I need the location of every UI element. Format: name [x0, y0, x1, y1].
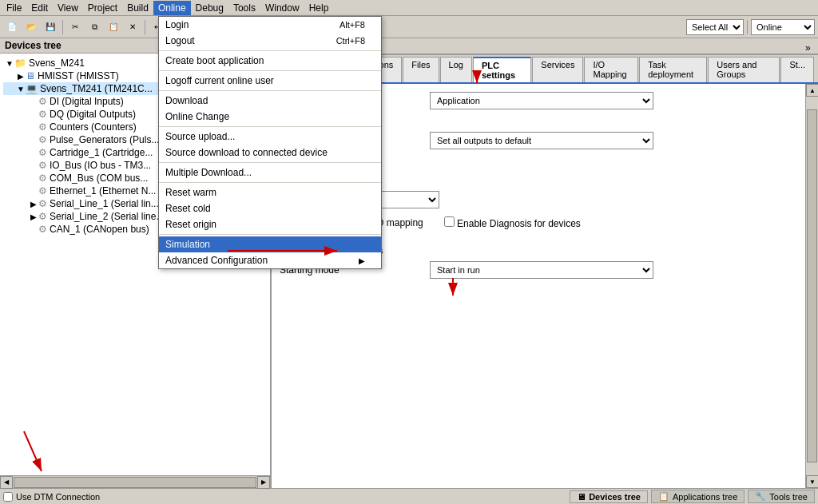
login-label: Login	[165, 19, 189, 30]
tree-label-dq: DQ (Digital Outputs)	[50, 109, 136, 120]
sub-tab-status[interactable]: St...	[780, 57, 814, 82]
expand-icon-serial1[interactable]: ▶	[29, 200, 38, 208]
online-mode-dropdown[interactable]: Online	[751, 19, 815, 35]
toolbar-delete[interactable]: ✕	[124, 18, 141, 36]
sub-tab-users-groups[interactable]: Users and Groups	[708, 57, 780, 82]
tab-filler	[328, 40, 805, 54]
logout-shortcut: Ctrl+F8	[336, 36, 365, 46]
tree-label-serial1: Serial_Line_1 (Serial lin...	[50, 198, 159, 209]
expand-icon-m241[interactable]: ▼	[5, 59, 14, 68]
status-tab-tools[interactable]: 🔧 Tools tree	[748, 490, 815, 503]
expand-icon-tm241[interactable]: ▼	[16, 85, 26, 93]
io-handling-select[interactable]: Application Always update I/O Manual	[430, 92, 653, 109]
download-label: Download	[165, 95, 208, 106]
v-scrollbar[interactable]: ▲ ▼	[805, 84, 818, 488]
menu-item-reset-warm[interactable]: Reset warm	[159, 185, 381, 200]
menu-item-login[interactable]: Login Alt+F8	[159, 17, 381, 33]
dtm-label: Use DTM Connection	[16, 492, 100, 502]
enable-diag-label: Enable Diagnosis for devices	[457, 218, 581, 229]
component-icon-combus: ⚙	[38, 173, 47, 184]
menu-window[interactable]: Window	[260, 1, 304, 15]
menu-item-download[interactable]: Download	[159, 93, 381, 109]
tree-label-ethernet1: Ethernet_1 (Ethernet N...	[50, 185, 156, 196]
tab-scroll-btn[interactable]: »	[805, 42, 818, 54]
project-icon: 📁	[14, 58, 26, 69]
scroll-down-btn[interactable]: ▼	[806, 475, 818, 488]
menu-help[interactable]: Help	[304, 1, 334, 15]
tree-label-serial2: Serial_Line_2 (Serial line...	[50, 211, 164, 222]
sub-tab-services[interactable]: Services	[532, 57, 583, 82]
reset-origin-label: Reset origin	[165, 219, 216, 230]
menu-build[interactable]: Build	[122, 1, 153, 15]
menu-item-source-download[interactable]: Source download to connected device	[159, 145, 381, 161]
sub-tab-files[interactable]: Files	[403, 57, 439, 82]
menu-tools[interactable]: Tools	[228, 1, 260, 15]
menu-item-simulation[interactable]: Simulation	[159, 236, 381, 252]
component-icon-cartridge: ⚙	[38, 147, 47, 158]
menu-project[interactable]: Project	[83, 1, 122, 15]
expand-icon-serial2[interactable]: ▶	[29, 212, 38, 221]
logout-label: Logout	[165, 35, 195, 46]
login-shortcut: Alt+F8	[340, 20, 365, 30]
create-boot-label: Create boot application	[165, 55, 264, 66]
toolbar-open[interactable]: 📂	[22, 18, 40, 36]
menu-item-source-upload[interactable]: Source upload...	[159, 129, 381, 145]
sub-tab-log[interactable]: Log	[440, 57, 472, 82]
device-icon-hmisst: 🖥	[26, 70, 35, 81]
menu-item-online-change[interactable]: Online Change	[159, 109, 381, 125]
scroll-left-btn[interactable]: ◀	[0, 476, 13, 489]
toolbar-new[interactable]: 📄	[3, 18, 21, 36]
menu-item-logout[interactable]: Logout Ctrl+F8	[159, 33, 381, 49]
starting-mode-select[interactable]: Start in run Start in stop Restore last …	[430, 261, 653, 279]
toolbar-paste[interactable]: 📋	[105, 18, 122, 36]
status-bar: Use DTM Connection 🖥 Devices tree 📋 Appl…	[0, 488, 818, 504]
component-icon-dq: ⚙	[38, 109, 47, 120]
outputs-stop-select[interactable]: Set all outputs to default Keep current …	[430, 132, 653, 149]
advanced-config-label: Advanced Configuration	[165, 255, 268, 266]
tree-label-pulse: Pulse_Generators (Puls...	[50, 134, 159, 145]
h-scrollbar[interactable]: ◀ ▶	[0, 475, 270, 488]
menu-online[interactable]: Online	[153, 1, 191, 15]
status-tab-applications[interactable]: 📋 Applications tree	[651, 490, 745, 503]
menu-sep-3	[159, 90, 381, 91]
multiple-download-label: Multiple Download...	[165, 167, 252, 178]
menu-sep-2	[159, 70, 381, 71]
menu-debug[interactable]: Debug	[191, 1, 228, 15]
menu-item-create-boot[interactable]: Create boot application	[159, 53, 381, 69]
enable-diag-checkbox[interactable]	[444, 216, 455, 227]
sub-tab-task-deployment[interactable]: Task deployment	[639, 57, 707, 82]
menu-sep-7	[159, 234, 381, 235]
toolbar-cut[interactable]: ✂	[66, 18, 84, 36]
enable-diag-container: Enable Diagnosis for devices	[444, 216, 581, 229]
menu-item-reset-cold[interactable]: Reset cold	[159, 200, 381, 216]
component-icon-di: ⚙	[38, 96, 47, 107]
toolbar-save[interactable]: 💾	[42, 18, 59, 36]
menu-item-advanced-config[interactable]: Advanced Configuration ▶	[159, 252, 381, 268]
source-download-label: Source download to connected device	[165, 147, 328, 158]
scroll-thumb[interactable]	[807, 109, 817, 462]
menu-item-reset-origin[interactable]: Reset origin	[159, 216, 381, 232]
h-scroll-thumb[interactable]	[14, 477, 256, 488]
menu-item-logoff[interactable]: Logoff current online user	[159, 73, 381, 89]
component-icon-pulse: ⚙	[38, 134, 47, 145]
tree-label-m241: Svens_M241	[29, 58, 85, 69]
scroll-up-btn[interactable]: ▲	[806, 84, 818, 97]
dtm-checkbox[interactable]	[3, 492, 13, 502]
menu-sep-1	[159, 50, 381, 51]
sub-tab-io-mapping[interactable]: I/O Mapping	[584, 57, 638, 82]
menu-edit[interactable]: Edit	[26, 1, 53, 15]
menu-item-multiple-download[interactable]: Multiple Download...	[159, 165, 381, 181]
toolbar-sep-1	[62, 20, 63, 34]
select-all-dropdown[interactable]: Select All	[686, 19, 744, 35]
expand-icon-hmisst[interactable]: ▶	[16, 72, 26, 81]
menu-view[interactable]: View	[53, 1, 83, 15]
toolbar-copy[interactable]: ⧉	[85, 18, 103, 36]
sub-tab-plc-settings[interactable]: PLC settings	[473, 57, 531, 82]
scroll-right-btn[interactable]: ▶	[257, 476, 270, 489]
tree-label-cartridge1: Cartridge_1 (Cartridge...	[50, 147, 153, 158]
status-tab-devices[interactable]: 🖥 Devices tree	[570, 490, 648, 503]
tree-label-iobus: IO_Bus (IO bus - TM3...	[50, 160, 151, 171]
component-icon-serial2: ⚙	[38, 211, 47, 222]
menu-file[interactable]: File	[2, 1, 26, 15]
toolbar-sep-2	[145, 20, 145, 34]
